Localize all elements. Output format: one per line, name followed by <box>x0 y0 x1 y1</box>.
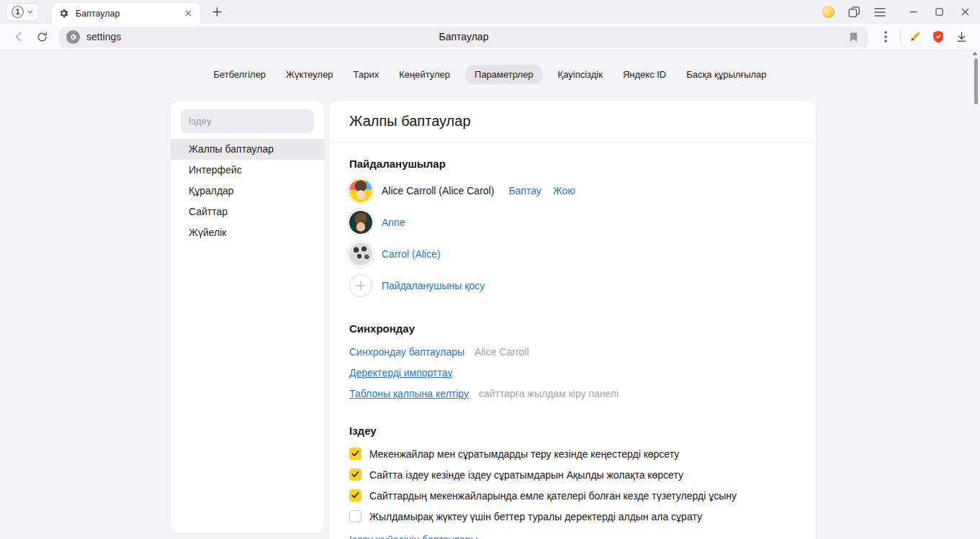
titlebar: 1 Баптаулар <box>0 0 980 24</box>
avatar-alice <box>349 179 372 202</box>
sync-account-note: Alice Carroll <box>475 346 529 358</box>
nav-tab-yandex-id[interactable]: Яндекс ID <box>618 65 671 84</box>
tab-close-button[interactable] <box>183 8 194 19</box>
sync-settings-link[interactable]: Синхрондау баптаулары <box>349 346 464 358</box>
back-button[interactable] <box>7 26 30 47</box>
url-field[interactable]: settings Баптаулар <box>59 27 868 47</box>
new-tab-button[interactable] <box>207 3 226 22</box>
minimize-icon <box>909 11 917 13</box>
tab-panels-icon <box>848 6 860 18</box>
menu-button[interactable] <box>869 3 891 22</box>
reload-button[interactable] <box>30 26 53 47</box>
gear-icon <box>58 8 69 19</box>
user-link-carrol[interactable]: Carrol (Alice) <box>382 248 441 260</box>
user-row-carrol: Carrol (Alice) <box>349 238 796 270</box>
sidebar-item-interface[interactable]: Интерфейс <box>171 160 324 181</box>
url-text: settings <box>86 31 121 42</box>
plus-icon <box>212 7 222 17</box>
checkbox-checked[interactable] <box>349 489 361 502</box>
scrollbar-thumb[interactable] <box>974 58 978 104</box>
sidebar-item-system[interactable]: Жүйелік <box>171 222 324 243</box>
checkbox-check-icon <box>351 471 359 478</box>
restore-tableau-row: Таблоны қалпына келтіру сайттарға жылдам… <box>349 383 796 404</box>
user-name: Alice Carroll (Alice Carol) <box>382 185 494 196</box>
minimize-button[interactable] <box>902 3 924 22</box>
restore-tableau-note: сайттарға жылдам кіру панелі <box>479 388 619 399</box>
option-label: Сайттардың мекенжайларында емле қателері… <box>369 490 737 502</box>
browser-tab-settings[interactable]: Баптаулар <box>52 3 200 24</box>
nav-tab-other-devices[interactable]: Басқа құрылғылар <box>681 65 771 84</box>
titlebar-right-controls <box>817 3 980 22</box>
bookmark-button[interactable] <box>846 29 861 45</box>
edit-extension-button[interactable] <box>904 26 927 47</box>
checkbox-unchecked[interactable] <box>349 510 361 522</box>
close-window-button[interactable] <box>954 3 976 22</box>
section-search: Іздеу Мекенжайлар мен сұратымдарды теру … <box>330 425 816 539</box>
avatar-carrol <box>349 243 372 266</box>
window-controls <box>902 3 976 22</box>
kebab-menu-icon <box>884 31 887 42</box>
sync-heading: Синхрондау <box>349 322 796 335</box>
toolbar-divider <box>900 30 901 43</box>
nav-tab-extensions[interactable]: Кеңейтулер <box>394 65 455 84</box>
protect-shield-icon <box>932 30 944 43</box>
users-heading: Пайдаланушылар <box>349 158 796 170</box>
option-smartbox-queries[interactable]: Сайтта іздеу кезінде іздеу сұратымдарын … <box>349 464 796 485</box>
addressbar: settings Баптаулар <box>0 24 980 50</box>
checkbox-checked[interactable] <box>349 448 361 460</box>
sidebar-item-tools[interactable]: Құралдар <box>171 181 324 201</box>
maximize-button[interactable] <box>928 3 950 22</box>
sidebar-item-sites[interactable]: Сайттар <box>171 201 324 222</box>
sidebar-item-general[interactable]: Жалпы баптаулар <box>171 139 324 160</box>
download-icon <box>956 31 968 43</box>
site-badge <box>66 30 80 44</box>
site-badge-gear-icon <box>69 33 77 41</box>
nav-tab-security[interactable]: Қауіпсіздік <box>553 65 608 84</box>
settings-main-panel: Жалпы баптаулар Пайдаланушылар Alice Car… <box>330 101 816 539</box>
section-sync: Синхрондау Синхрондау баптаулары Alice C… <box>330 322 816 404</box>
tab-panels-button[interactable] <box>843 3 865 22</box>
settings-sidebar: Жалпы баптаулар Интерфейс Құралдар Сайтт… <box>171 101 324 533</box>
assistant-icon <box>822 6 835 18</box>
add-user-link[interactable]: Пайдаланушыны қосу <box>382 280 485 291</box>
yandex-browser-window: { "window": { "tab_counter": "1", "tab_t… <box>0 0 980 539</box>
user-delete-link[interactable]: Жою <box>553 185 575 196</box>
search-heading: Іздеу <box>349 425 796 437</box>
option-show-suggestions[interactable]: Мекенжайлар мен сұратымдарды теру кезінд… <box>349 443 796 464</box>
checkbox-checked[interactable] <box>349 468 361 481</box>
sync-row: Синхрондау баптаулары Alice Carroll <box>349 341 796 362</box>
option-prefetch-pages[interactable]: Жылдамырақ жүктеу үшін беттер туралы дер… <box>349 506 796 527</box>
downloads-button[interactable] <box>950 26 973 47</box>
checkbox-check-icon <box>351 492 359 499</box>
pencil-icon <box>909 30 922 43</box>
assistant-button[interactable] <box>817 3 839 22</box>
nav-tab-downloads[interactable]: Жүктеулер <box>281 65 338 84</box>
window-close-icon <box>961 8 969 16</box>
user-actions: Баптау Жою <box>508 185 575 196</box>
option-spelling-corrections[interactable]: Сайттардың мекенжайларында емле қателері… <box>349 485 796 506</box>
tab-counter-button[interactable]: 1 <box>6 3 39 22</box>
user-link-anne[interactable]: Anne <box>382 217 405 228</box>
add-user-button[interactable] <box>349 274 372 297</box>
settings-nav-tabs: Бетбелгілер Жүктеулер Тарих Кеңейтулер П… <box>0 65 980 84</box>
section-users: Пайдаланушылар Alice Carroll (Alice Caro… <box>330 158 816 302</box>
option-label: Мекенжайлар мен сұратымдарды теру кезінд… <box>369 448 679 460</box>
page-title-centered: Баптаулар <box>59 31 868 42</box>
option-label: Жылдамырақ жүктеу үшін беттер туралы дер… <box>369 511 702 522</box>
scroll-up-arrow-icon[interactable] <box>972 52 978 55</box>
nav-tab-settings[interactable]: Параметрлер <box>465 65 543 84</box>
user-row-anne: Anne <box>349 207 796 238</box>
nav-tab-bookmarks[interactable]: Бетбелгілер <box>208 65 271 84</box>
protect-extension-button[interactable] <box>927 26 950 47</box>
user-row-alice: Alice Carroll (Alice Carol) Баптау Жою <box>349 175 796 207</box>
search-engine-settings-link[interactable]: Іздеу жүйесінің баптаулары <box>349 534 478 539</box>
extensions-menu-button[interactable] <box>874 26 897 47</box>
user-configure-link[interactable]: Баптау <box>508 185 541 196</box>
restore-tableau-link[interactable]: Таблоны қалпына келтіру <box>349 388 469 399</box>
import-data-link[interactable]: Деректерді импорттау <box>349 367 452 379</box>
search-input[interactable] <box>181 109 314 133</box>
nav-tab-history[interactable]: Тарих <box>349 65 385 84</box>
back-arrow-icon <box>12 30 25 43</box>
maximize-icon <box>935 8 943 16</box>
sidebar-search <box>171 101 324 139</box>
